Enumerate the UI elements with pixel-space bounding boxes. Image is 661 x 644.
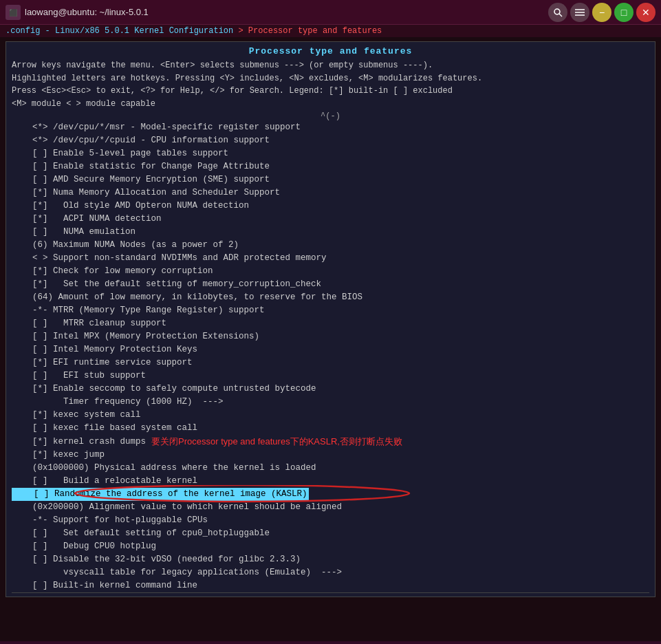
terminal-area: Processor type and features Arrow keys n… xyxy=(0,37,661,641)
list-item[interactable]: -*- Support for hot-pluggable CPUs xyxy=(9,514,655,527)
window-controls: − □ ✕ xyxy=(548,3,655,22)
list-item[interactable]: [ ] Built-in kernel command line xyxy=(9,579,655,592)
svg-point-2 xyxy=(554,9,560,14)
window-title: laowang@ubuntu: ~/linux-5.0.1 xyxy=(25,7,149,17)
list-item[interactable]: [*] Check for low memory corruption xyxy=(9,265,655,278)
list-item[interactable]: [ ] Disable the 32-bit vDSO (needed for … xyxy=(9,553,655,566)
list-item[interactable]: [ ] MTRR cleanup support xyxy=(9,317,655,330)
list-item[interactable]: [ ] Debug CPU0 hotplug xyxy=(9,540,655,553)
list-item[interactable]: (0x200000) Alignment value to which kern… xyxy=(9,501,655,514)
list-item[interactable]: [*] Numa Memory Allocation and Scheduler… xyxy=(9,186,655,200)
terminal-icon: ⬛ xyxy=(6,5,21,20)
minimize-button[interactable]: − xyxy=(592,3,611,22)
annotation-text: 要关闭Processor type and features下的KASLR,否则… xyxy=(151,435,402,449)
button-bar: <Select> < Exit > < Help > < Save > < Lo… xyxy=(12,592,649,597)
annotation-line: [*] kernel crash dumps 要关闭Processor type… xyxy=(9,435,655,449)
titlebar-left: ⬛ laowang@ubuntu: ~/linux-5.0.1 xyxy=(6,5,149,20)
svg-text:⬛: ⬛ xyxy=(9,8,18,17)
list-item[interactable]: [*] Enable seccomp to safely compute unt… xyxy=(9,383,655,396)
menu-list: <*> /dev/cpu/*/msr - Model-specific regi… xyxy=(6,121,655,592)
list-item[interactable]: (6) Maximum NUMA Nodes (as a power of 2) xyxy=(9,239,655,252)
kaslr-line[interactable]: [ ] Randomize the address of the kernel … xyxy=(9,488,655,501)
list-item[interactable]: [ ] EFI stub support xyxy=(9,369,655,383)
list-item[interactable]: [ ] Intel Memory Protection Keys xyxy=(9,343,655,356)
help-text-1: Arrow keys navigate the menu. <Enter> se… xyxy=(6,59,655,110)
list-item[interactable]: [ ] Set default setting of cpu0_hotplugg… xyxy=(9,527,655,540)
list-item[interactable]: <*> /dev/cpu/*/msr - Model-specific regi… xyxy=(9,121,655,134)
list-item[interactable]: [ ] kexec file based system call xyxy=(9,422,655,435)
search-button[interactable] xyxy=(548,3,567,22)
list-item[interactable]: vsyscall table for legacy applications (… xyxy=(9,566,655,579)
list-item[interactable]: [ ] Enable 5-level page tables support xyxy=(9,147,655,160)
list-item[interactable]: < > Support non-standard NVDIMMs and ADR… xyxy=(9,252,655,265)
list-item[interactable]: [*] Set the default setting of memory_co… xyxy=(9,278,655,291)
close-button[interactable]: ✕ xyxy=(636,3,655,22)
breadcrumb-bar: .config - Linux/x86 5.0.1 Kernel Configu… xyxy=(0,25,661,37)
list-item[interactable]: [*] EFI runtime service support xyxy=(9,356,655,369)
list-item[interactable]: [ ] Enable statistic for Change Page Att… xyxy=(9,160,655,173)
list-item[interactable]: (0x1000000) Physical address where the k… xyxy=(9,462,655,475)
maximize-button[interactable]: □ xyxy=(614,3,633,22)
list-item[interactable]: [*] kexec system call xyxy=(9,409,655,422)
terminal-bottom xyxy=(0,641,661,644)
svg-line-3 xyxy=(559,14,562,17)
menu-area: Processor type and features Arrow keys n… xyxy=(6,41,655,597)
list-item[interactable]: [*] ACPI NUMA detection xyxy=(9,213,655,226)
scroll-indicator: ^(-) xyxy=(6,111,655,121)
list-item[interactable]: [*] kexec jump xyxy=(9,449,655,462)
list-item[interactable]: Timer frequency (1000 HZ) ---> xyxy=(9,396,655,409)
list-item[interactable]: [*] Old style AMD Opteron NUMA detection xyxy=(9,200,655,213)
list-item[interactable]: (64) Amount of low memory, in kilobytes,… xyxy=(9,291,655,304)
breadcrumb-path1: .config - Linux/x86 5.0.1 Kernel Configu… xyxy=(6,26,233,36)
list-item[interactable]: [ ] Intel MPX (Memory Protection Extensi… xyxy=(9,330,655,343)
list-item[interactable]: -*- MTRR (Memory Type Range Register) su… xyxy=(9,304,655,317)
list-item[interactable]: <*> /dev/cpu/*/cpuid - CPU information s… xyxy=(9,134,655,147)
menu-title: Processor type and features xyxy=(6,46,655,56)
breadcrumb-path2: > Processor type and features xyxy=(233,26,382,36)
menu-button[interactable] xyxy=(570,3,589,22)
list-item[interactable]: [ ] Build a relocatable kernel xyxy=(9,475,655,488)
titlebar: ⬛ laowang@ubuntu: ~/linux-5.0.1 − □ ✕ xyxy=(0,0,661,25)
list-item[interactable]: [ ] NUMA emulation xyxy=(9,226,655,239)
list-item[interactable]: [ ] AMD Secure Memory Encryption (SME) s… xyxy=(9,173,655,186)
